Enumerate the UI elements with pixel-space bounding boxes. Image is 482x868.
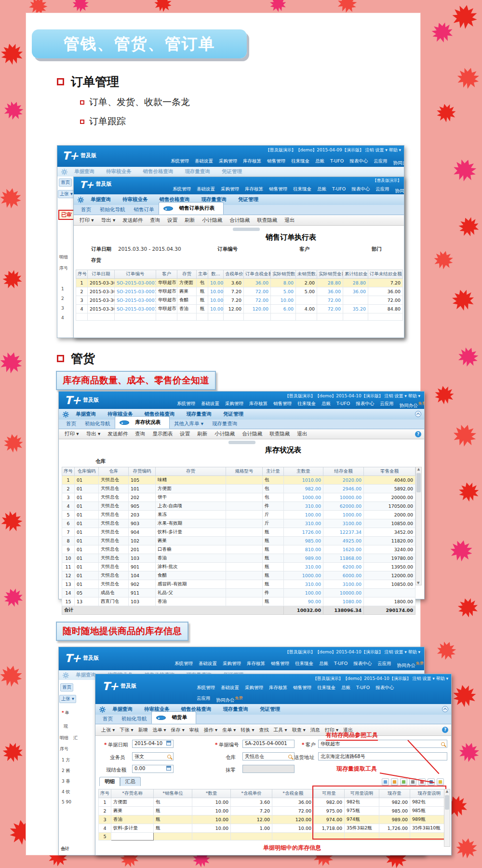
menu-item[interactable]: 基础设置 [195, 158, 213, 164]
gear-icon[interactable] [61, 169, 67, 175]
toolbar-item[interactable]: 合计隐藏 [242, 431, 262, 437]
toolbar-item[interactable]: 合计隐藏 [229, 217, 250, 224]
submenu-item[interactable]: 单据查询 [91, 196, 111, 203]
menu-item[interactable]: 系统管理 [177, 401, 195, 407]
column-header[interactable]: 序号 [99, 789, 111, 798]
menu-item[interactable]: 报表中心 [349, 158, 368, 164]
collapse-icon[interactable] [442, 706, 448, 712]
menu-item[interactable]: 库存核算 [247, 661, 265, 667]
help-icon[interactable]: ? [442, 727, 448, 733]
toolbar-item[interactable]: 操作 ▾ [204, 727, 217, 733]
column-header[interactable]: 实际销货金额 [317, 270, 343, 279]
gear-icon[interactable] [63, 672, 69, 678]
table-row[interactable]: 601天恒总仓903水果-有效期斤310.003100.0010850.00 [62, 519, 415, 528]
menu-item[interactable]: T-UFO [330, 158, 344, 164]
menu-item[interactable]: 云应用 [374, 158, 388, 164]
sidebar-sum-tab[interactable]: 汇 [73, 735, 78, 741]
toolbar-item[interactable]: 显示图表 [152, 431, 173, 437]
toolbar-item[interactable]: 退出 [297, 431, 307, 437]
menu-item[interactable]: 采购管理 [245, 685, 263, 691]
menu-item[interactable]: 云应用 [197, 695, 211, 702]
menu-item[interactable]: 库存核算 [269, 685, 287, 691]
table-row[interactable]: 1301天恒总仓902感冒药-有效期瓶310.003100.0010850.00 [62, 580, 415, 589]
lookup-icon[interactable] [167, 755, 171, 759]
column-header[interactable]: 仓库 [99, 467, 129, 476]
column-header[interactable]: 规格型号 [226, 467, 263, 476]
customer-field[interactable]: 华联超市 [318, 740, 447, 748]
gear-icon[interactable] [99, 706, 106, 713]
toolbar-item[interactable]: 刷新 [185, 217, 195, 224]
excel-import-icon[interactable] [400, 778, 407, 786]
tab-item[interactable]: 销售订单 [130, 205, 159, 215]
menu-item[interactable]: 销售管理 [273, 401, 292, 407]
tab-item[interactable]: 初始化导航 [80, 419, 115, 429]
scroll-thumb[interactable] [416, 473, 421, 492]
menu-item[interactable]: T-UFO [334, 661, 348, 667]
toolbar-item[interactable]: 设置 [167, 217, 177, 224]
menu-item[interactable]: 基础设置 [221, 685, 239, 691]
menu-item[interactable]: 系统管理 [173, 186, 191, 192]
table-row[interactable]: 42015-03-30SO-2015-03-0001华联超市香油瓶10.0012… [76, 305, 403, 313]
tab-detail[interactable]: 明细 [99, 777, 120, 786]
menu-item-collab[interactable]: 协同办公免费 [400, 401, 424, 409]
column-header[interactable]: *含税金额 [272, 789, 314, 798]
column-header[interactable]: 零售金额 [364, 467, 415, 476]
cash-field[interactable]: 0.00 [132, 765, 174, 773]
collapse-pill[interactable] [233, 228, 260, 231]
submenu-item[interactable]: 单据查询 [74, 168, 94, 175]
gear-icon[interactable] [78, 197, 84, 203]
submenu-item[interactable]: 单据查询 [76, 672, 96, 678]
toolbar-item[interactable]: 发送邮件 [107, 431, 128, 437]
menu-item[interactable]: 报表中心 [351, 186, 370, 192]
toolbar-item[interactable]: 刷新 [197, 431, 207, 437]
tab-item[interactable]: 初始化导航 [95, 205, 130, 215]
column-header[interactable]: 订单日期 [88, 270, 115, 279]
column-header[interactable]: *销售单位 [154, 789, 192, 798]
menu-item[interactable]: 采购管理 [219, 158, 237, 164]
menu-item[interactable]: 总账 [317, 186, 326, 192]
filter-order-date-value[interactable]: 2015.03.30 - 2015.04.30 [118, 246, 181, 252]
toolbar-item[interactable]: 保存 ▾ [171, 727, 185, 733]
menu-item-collab[interactable]: 协同办公免费 [216, 695, 243, 704]
sidebar-detail-tab[interactable]: 明细 [60, 735, 68, 741]
vertical-scrollbar[interactable]: ▲ [444, 789, 450, 847]
table-row[interactable]: 901天恒总仓201口香糖瓶810.001620.003240.00 [62, 545, 415, 554]
menu-item[interactable]: 云应用 [375, 186, 389, 192]
submenu-item[interactable]: 凭证管理 [222, 168, 242, 175]
toolbar-item[interactable]: 上张 ▾ [101, 727, 115, 733]
table-row[interactable]: 1101天恒总仓901涂料-批次瓶310.006200.0013950.00 [62, 563, 415, 571]
collapse-pill[interactable] [228, 441, 255, 444]
approved-status-badge[interactable]: 已审 [58, 210, 75, 220]
help-icon[interactable]: ? [415, 431, 421, 437]
table-row[interactable]: 101天恒总仓105味精包1010.002020.004040.00 [62, 476, 415, 485]
submenu-item[interactable]: 单据查询 [112, 706, 133, 713]
toolbar-item[interactable]: 导出 ▾ [86, 431, 101, 437]
table-row[interactable]: 1405成品仓911礼品-父件100.0010000.00 [62, 589, 415, 597]
column-header[interactable]: *含税单价 [231, 789, 272, 798]
column-header[interactable]: 客户 [156, 270, 177, 279]
tab-item[interactable]: 其他入库单 ▾ [170, 419, 208, 429]
menu-item[interactable]: 系统管理 [171, 158, 189, 164]
toolbar-item[interactable]: 选单 ▾ [152, 727, 166, 733]
submenu-item[interactable]: 待审核业务 [106, 168, 132, 175]
menu-item[interactable]: 库存核算 [245, 186, 263, 192]
table-row[interactable]: 1001天恒总仓103香油瓶989.0011868.0019780.00 [62, 554, 415, 563]
clerk-field[interactable]: 张文 [132, 752, 174, 760]
submenu-item[interactable]: 现存量查询 [223, 706, 249, 713]
menu-item-collab[interactable]: 协同办公免费 [395, 186, 404, 194]
scroll-thumb[interactable] [445, 795, 449, 810]
submenu-item[interactable]: 现存量查询 [187, 411, 212, 418]
column-header[interactable]: 订单含税金额 [244, 270, 271, 279]
gear-icon[interactable] [63, 411, 69, 418]
menu-item[interactable]: 库存核算 [249, 401, 268, 407]
scroll-down-icon[interactable]: ▼ [417, 581, 419, 585]
menu-item[interactable]: T-UFO [336, 401, 350, 407]
menu-item[interactable]: 基础设置 [201, 401, 219, 407]
menu-item[interactable]: 销售管理 [271, 661, 289, 667]
sidebar-item-home[interactable]: 首页 [60, 683, 73, 692]
menu-item[interactable]: T-UFO [332, 186, 346, 192]
sidebar-item-home[interactable]: 首页 [59, 178, 72, 187]
toolbar-item[interactable]: 新增 [138, 727, 147, 733]
menu-item[interactable]: 往来现金 [317, 685, 335, 691]
doc-date-field[interactable]: 2015-04-10 [132, 740, 174, 748]
